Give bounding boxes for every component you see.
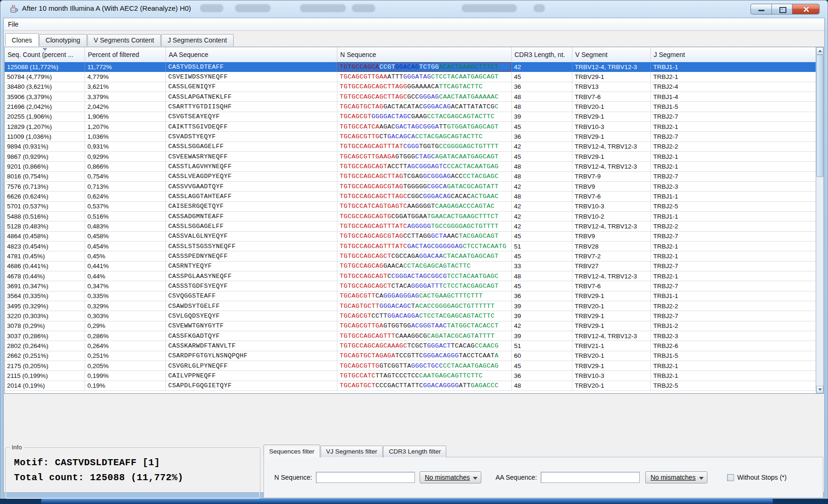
column-header[interactable]: Percent of filtered xyxy=(85,47,166,62)
cell-n-sequence: TGCAGCGTTGAGTGGTGGACGGGTAACTATGGCTACACCT xyxy=(337,321,512,331)
cell-aa-sequence: CASSLVEAGDPYEQYF xyxy=(166,172,337,182)
table-row[interactable]: 7576 (0,713%)0,713%CASSVVGAADTQYFTGTGCCA… xyxy=(5,182,816,192)
table-row[interactable]: 2802 (0,264%)0,264%CASSKARWDFTANVLTFTGTG… xyxy=(5,341,816,351)
nseq-segment-d: GGGAGGGAG xyxy=(384,292,420,299)
table-row[interactable]: 4864 (0,458%)0,458%CASSVALGLNYEQYFTGTGCC… xyxy=(5,232,816,241)
cell-v-segment: TRBV29-1 xyxy=(572,132,651,142)
cell-percent: 0,19% xyxy=(85,381,166,391)
cell-aa-sequence: CSVGRLGLPYNEQFF xyxy=(166,361,337,371)
column-header[interactable]: J Segment xyxy=(651,47,816,62)
cell-n-sequence: TGCAGCGTCCTTGGACAGGACTCCTACGAGCAGTACTTC xyxy=(337,311,512,321)
cell-aa-sequence: CAISESRGQETQYF xyxy=(166,202,337,212)
table-row[interactable]: 3691 (0,347%)0,347%CASSSTGDFSYEQYFTGTGCC… xyxy=(5,281,816,291)
table-row[interactable]: 21696 (2,042%)2,042%CSARTTYGTDIISQHFTGCA… xyxy=(5,102,816,112)
cell-percent: 0,251% xyxy=(85,351,166,361)
cell-seq-count: 9894 (0,931%) xyxy=(5,142,85,152)
info-panel-title: Info xyxy=(10,444,24,451)
scroll-up-button[interactable] xyxy=(816,47,823,55)
table-row[interactable]: 20255 (1,906%)1,906%CSVGTSEAYEQYFTGCAGCG… xyxy=(5,112,816,122)
column-header[interactable]: V Segment xyxy=(572,47,651,62)
cell-aa-sequence: CSVEEWASRYNEQFF xyxy=(166,152,337,162)
table-row[interactable]: 9894 (0,931%)0,931%CASSLSGGAGELFFTGTGCCA… xyxy=(5,142,816,152)
cell-aa-sequence: CSVEWWTGNYGYTF xyxy=(166,321,337,331)
table-row[interactable]: 12829 (1,207%)1,207%CAIKTTSGIVDEQFFTGTGC… xyxy=(5,122,816,132)
column-header-label: N Sequence xyxy=(340,51,376,58)
table-row[interactable]: 4678 (0,44%)0,44%CASSPGLAASYNEQFFTGTGCCA… xyxy=(5,271,816,281)
table-row[interactable]: 4686 (0,441%)0,441%CASRNTYEQYFTGTGCCAGCA… xyxy=(5,262,816,271)
aa-sequence-input[interactable] xyxy=(541,472,640,483)
without-stops-checkbox[interactable] xyxy=(727,474,734,481)
cell-j-segment: TRBJ1-5 xyxy=(651,102,816,112)
n-sequence-input[interactable] xyxy=(316,472,415,483)
table-row[interactable]: 125088 (11,772%)11,772%CASTVDSLDTEAFFTGT… xyxy=(5,62,816,72)
restore-button[interactable] xyxy=(771,4,792,14)
filter-tab-vj-segments-filter[interactable]: VJ Segments filter xyxy=(321,446,383,457)
tab-clonotyping[interactable]: Clonotyping xyxy=(39,34,87,46)
cell-v-segment: TRBV12-4, TRBV12-3 xyxy=(572,142,651,152)
cell-j-segment: TRBJ2-7 xyxy=(651,281,816,291)
table-row[interactable]: 2175 (0,205%)0,205%CSVGRLGLPYNEQFFTGCAGC… xyxy=(5,361,816,371)
tab-j-segments-content[interactable]: J Segments Content xyxy=(161,34,234,46)
title-bar[interactable]: After 10 month Illumina A (With AEC2 (Re… xyxy=(0,0,828,18)
table-row[interactable]: 5488 (0,516%)0,516%CASSADGMNTEAFFTGCGCCA… xyxy=(5,212,816,221)
nseq-segment-d: AGGGGG xyxy=(407,223,431,230)
aa-mismatch-combo[interactable]: No mismatches xyxy=(645,471,707,483)
table-row[interactable]: 5701 (0,537%)0,537%CAISESRGQETQYFTGTGCCA… xyxy=(5,202,816,212)
column-header-label: Percent of filtered xyxy=(88,51,139,58)
n-mismatch-combo[interactable]: No mismatches xyxy=(420,471,481,483)
nseq-segment-n: AGAC xyxy=(379,123,395,130)
table-row[interactable]: 8016 (0,754%)0,754%CASSLVEAGDPYEQYFTGTGC… xyxy=(5,172,816,182)
nseq-segment-j: GTGGATGAGCAGT xyxy=(447,123,499,130)
table-row[interactable]: 38480 (3,621%)3,621%CASSLGENIQYFTGTGCCAG… xyxy=(5,82,816,92)
table-row[interactable]: 2115 (0,199%)0,199%CAILVPPNEQFFTGTGCCATC… xyxy=(5,371,816,381)
column-header[interactable]: CDR3 Length, nt. xyxy=(512,47,572,62)
close-button[interactable] xyxy=(792,4,820,14)
table-row[interactable]: 3037 (0,286%)0,286%CASSFKGADTQYFTGTGCCAG… xyxy=(5,331,816,341)
column-header[interactable]: Seq. Count (percent ... xyxy=(5,47,85,62)
table-row[interactable]: 6626 (0,624%)0,624%CASSLAGGTAHTEAFFTGTGC… xyxy=(5,192,816,201)
table-row[interactable]: 9201 (0,866%)0,866%CASSTLAGVHYNEQFFTGTGC… xyxy=(5,162,816,171)
cell-j-segment: TRBJ2-1 xyxy=(651,371,816,381)
nseq-segment-d: GGGGATTT xyxy=(411,283,443,290)
column-header[interactable]: N Sequence xyxy=(337,47,512,62)
cell-cdr3-length: 48 xyxy=(512,192,572,201)
cell-n-sequence: TGTGCCAGCAGCTTAGCCGGCGGGACAGCACACACTGAAC xyxy=(337,192,512,201)
cell-cdr3-length: 48 xyxy=(512,102,572,112)
table-row[interactable]: 5128 (0,483%)0,483%CASSLSGGAGELFFTGTGCCA… xyxy=(5,221,816,231)
cell-n-sequence: TGTGCCAGCAGCGTAGTGGGGGCGGCAGATACGCAGTATT xyxy=(337,182,512,192)
table-row[interactable]: 11009 (1,036%)1,036%CSVADSTYEQYFTGCAGCGT… xyxy=(5,132,816,142)
cell-cdr3-length: 33 xyxy=(512,262,572,271)
cell-percent: 0,537% xyxy=(85,202,166,212)
table-row[interactable]: 50784 (4,779%)4,779%CSVEIWDSSYNEQFFTGCAG… xyxy=(5,72,816,82)
cell-aa-sequence: CASSADGMNTEAFF xyxy=(166,212,337,221)
table-row[interactable]: 3078 (0,29%)0,29%CSVEWWTGNYGYTFTGCAGCGTT… xyxy=(5,321,816,331)
menu-file[interactable]: File xyxy=(4,18,23,30)
table-row[interactable]: 3564 (0,335%)0,335%CSVQGGSTEAFFTGCAGCGTT… xyxy=(5,291,816,301)
vertical-scrollbar[interactable] xyxy=(816,47,823,393)
scroll-down-button[interactable] xyxy=(816,386,823,393)
cell-v-segment: TRBV12-4, TRBV12-3 xyxy=(572,221,651,231)
column-header[interactable]: AA Sequence xyxy=(166,47,337,62)
table-row[interactable]: 9867 (0,929%)0,929%CSVEEWASRYNEQFFTGCAGC… xyxy=(5,152,816,162)
cell-cdr3-length: 45 xyxy=(512,251,572,261)
nseq-segment-v: TGTGCCATC xyxy=(340,372,376,379)
table-row[interactable]: 35906 (3,379%)3,379%CASSLAPGATNEKLFFTGTG… xyxy=(5,92,816,102)
nseq-segment-n: GTGGG xyxy=(395,153,415,160)
tab-v-segments-content[interactable]: V Segments Content xyxy=(87,34,161,46)
titlebar-ghost xyxy=(300,4,346,12)
tab-clones[interactable]: Clones xyxy=(5,33,39,46)
cell-percent: 0,516% xyxy=(85,212,166,221)
cell-n-sequence: TGCAGCGTTGAAATTTGGGATAGCTCCTACAATGAGCAGT xyxy=(337,72,512,82)
filter-tab-sequences-filter[interactable]: Sequences filter xyxy=(264,445,320,457)
table-row[interactable]: 3495 (0,329%)0,329%CSAWDSYTGELFFTGCAGTGC… xyxy=(5,301,816,311)
table-row[interactable]: 4781 (0,45%)0,45%CASSSPEDNYNEQFFTGTGCCAG… xyxy=(5,251,816,261)
nseq-segment-j: CCTACGAGC xyxy=(463,173,499,180)
minimize-button[interactable] xyxy=(750,4,771,14)
cell-seq-count: 2662 (0,251%) xyxy=(5,351,85,361)
table-row[interactable]: 2662 (0,251%)0,251%CSARDPFGTGYLNSNQPQHFT… xyxy=(5,351,816,361)
table-row[interactable]: 3220 (0,303%)0,303%CSVLGQDSYEQYFTGCAGCGT… xyxy=(5,311,816,321)
table-row[interactable]: 2014 (0,19%)0,19%CSAPDLFGQGIETQYFTGCAGTG… xyxy=(5,381,816,391)
filter-tab-cdr3-length-filter[interactable]: CDR3 Length filter xyxy=(383,446,446,457)
scrollbar-thumb[interactable] xyxy=(816,55,823,177)
table-row[interactable]: 4823 (0,454%)0,454%CASSLSTSGSSYNEQFFTGTG… xyxy=(5,241,816,251)
